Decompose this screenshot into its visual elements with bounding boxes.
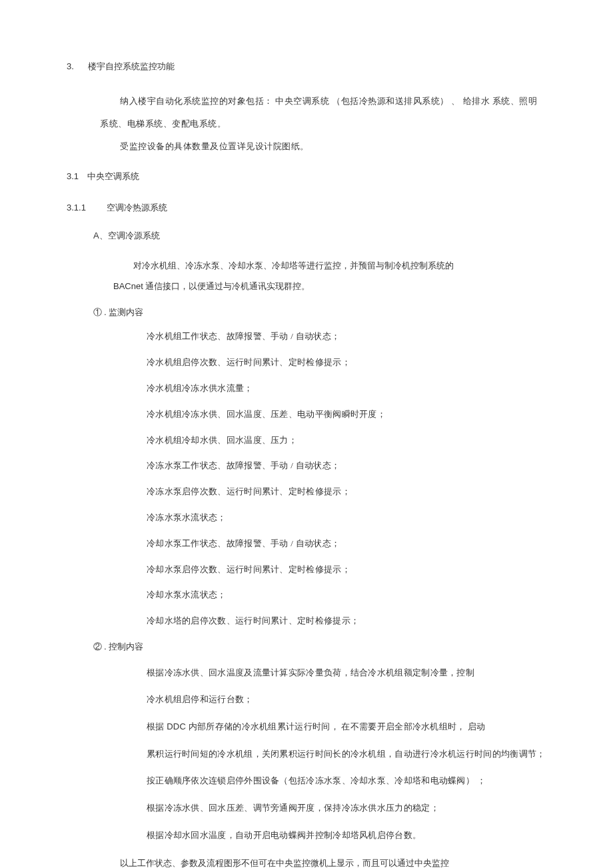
intro-paragraph-2: 系统、电梯系统、变配电系统。 — [100, 115, 546, 133]
subsection-a-heading: A、空调冷源系统 — [93, 229, 546, 243]
section-3-number: 3. — [67, 60, 74, 74]
section-3-title: 楼宇自控系统监控功能 — [88, 61, 175, 71]
section-3-heading: 3. 楼宇自控系统监控功能 — [67, 60, 546, 74]
control-section-heading: ② . 控制内容 — [93, 640, 546, 654]
section-3-1-1-title: 空调冷热源系统 — [107, 203, 167, 213]
monitor-item: 冷水机组冷冻水供水流量； — [147, 382, 546, 396]
control-item: 根据冷冻水供、回水压差、调节旁通阀开度，保持冷冻水供水压力的稳定； — [147, 800, 546, 817]
bacnet-label: BACnet — [113, 281, 143, 291]
subsection-a-label: A — [93, 230, 99, 240]
description-line-2-rest: 通信接口，以便通过与冷机通讯实现群控。 — [143, 281, 310, 291]
control-item: 根据 DDC 内部所存储的冷水机组累计运行时间， 在不需要开启全部冷水机组时， … — [147, 719, 546, 735]
monitor-item: 冷却水泵工作状态、故障报警、手动 / 自动状态； — [147, 537, 546, 551]
monitor-item: 冷冻水泵水流状态； — [147, 511, 546, 525]
monitor-item: 冷水机组冷冻水供、回水温度、压差、电动平衡阀瞬时开度； — [147, 408, 546, 422]
section-3-1-title: 中央空调系统 — [87, 171, 139, 181]
subsection-a-title: 、空调冷源系统 — [99, 230, 160, 240]
section-3-1-heading: 3.1 中央空调系统 — [67, 170, 546, 184]
control-item: 按正确顺序依次连锁启停外围设备（包括冷冻水泵、冷却水泵、冷却塔和电动蝶阀） ； — [147, 773, 546, 789]
monitor-item: 冷水机组启停次数、运行时间累计、定时检修提示； — [147, 356, 546, 370]
description-line-2: BACnet 通信接口，以便通过与冷机通讯实现群控。 — [113, 278, 546, 295]
section-3-1-number: 3.1 — [67, 170, 79, 184]
monitor-item: 冷却水泵水流状态； — [147, 588, 546, 602]
control-item: 累积运行时间短的冷水机组，关闭累积运行时间长的冷水机组，自动进行冷水机运行时间的… — [147, 746, 546, 763]
monitor-item: 冷冻水泵工作状态、故障报警、手动 / 自动状态； — [147, 459, 546, 473]
intro-paragraph-1: 纳入楼宇自动化系统监控的对象包括： 中央空调系统 （包括冷热源和送排风系统） 、… — [120, 93, 546, 110]
monitor-section-heading: ① . 监测内容 — [93, 306, 546, 320]
control-item: 根据冷却水回水温度，自动开启电动蝶阀并控制冷却塔风机启停台数。 — [147, 827, 546, 844]
monitor-item: 冷却水泵启停次数、运行时间累计、定时检修提示； — [147, 563, 546, 577]
monitor-item: 冷却水塔的启停次数、运行时间累计、定时检修提示； — [147, 614, 546, 628]
control-item: 根据冷冻水供、回水温度及流量计算实际冷量负荷，结合冷水机组额定制冷量，控制 — [147, 665, 546, 681]
monitor-item: 冷水机组冷却水供、回水温度、压力； — [147, 434, 546, 448]
monitor-item: 冷水机组工作状态、故障报警、手动 / 自动状态； — [147, 330, 546, 344]
summary-line-1: 以上工作状态、参数及流程图形不但可在中央监控微机上显示，而且可以通过中央监控 — [120, 855, 546, 868]
description-line-1: 对冷水机组、冷冻水泵、冷却水泵、冷却塔等进行监控，并预留与制冷机控制系统的 — [133, 258, 546, 274]
monitor-item: 冷冻水泵启停次数、运行时间累计、定时检修提示； — [147, 485, 546, 499]
control-item: 冷水机组启停和运行台数； — [147, 691, 546, 708]
section-3-1-1-heading: 3.1.1 空调冷热源系统 — [67, 201, 546, 215]
intro-paragraph-3: 受监控设备的具体数量及位置详见设计院图纸。 — [120, 138, 546, 155]
section-3-1-1-number: 3.1.1 — [67, 201, 86, 215]
